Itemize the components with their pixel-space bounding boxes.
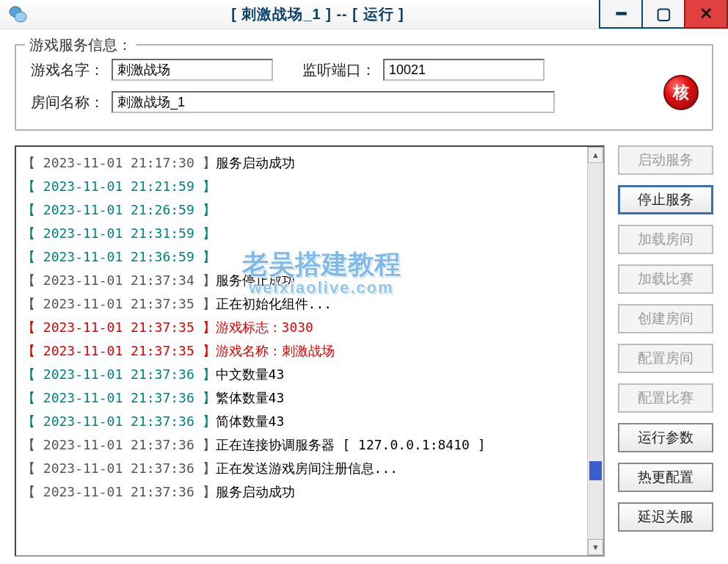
port-input[interactable]	[383, 59, 545, 81]
log-line: 【 2023-11-01 21:37:36 】中文数量43	[22, 363, 581, 386]
game-name-input[interactable]	[112, 59, 273, 81]
close-button[interactable]: ✕	[684, 0, 728, 29]
svg-point-1	[15, 12, 26, 22]
log-line: 【 2023-11-01 21:21:59 】	[22, 175, 581, 198]
minimize-button[interactable]: ━	[599, 0, 643, 29]
sidebar-button-延迟关服[interactable]: 延迟关服	[618, 502, 713, 532]
scroll-thumb[interactable]	[589, 461, 602, 480]
sidebar-button-停止服务[interactable]: 停止服务	[618, 185, 713, 214]
log-line: 【 2023-11-01 21:37:36 】服务启动成功	[22, 480, 581, 504]
maximize-button[interactable]: ▢	[641, 0, 685, 29]
scroll-track[interactable]	[588, 163, 603, 539]
log-line: 【 2023-11-01 21:37:35 】正在初始化组件...	[22, 292, 581, 316]
sidebar-button-加载比赛: 加载比赛	[618, 264, 713, 294]
sidebar-button-运行参数[interactable]: 运行参数	[618, 423, 713, 452]
app-icon	[6, 3, 29, 26]
log-line: 【 2023-11-01 21:37:35 】游戏名称：刺激战场	[22, 339, 581, 363]
log-area[interactable]: 【 2023-11-01 21:17:30 】服务启动成功【 2023-11-0…	[15, 145, 605, 557]
log-scrollbar[interactable]: ▲ ▼	[587, 147, 603, 555]
window-title: [ 刺激战场_1 ] -- [ 运行 ]	[35, 4, 600, 24]
sidebar-buttons: 启动服务停止服务加载房间加载比赛创建房间配置房间配置比赛运行参数热更配置延迟关服	[618, 145, 713, 557]
sidebar-button-配置房间: 配置房间	[618, 344, 713, 373]
groupbox-title: 游戏服务信息：	[25, 35, 136, 55]
window-controls: ━ ▢ ✕	[600, 0, 728, 29]
log-line: 【 2023-11-01 21:31:59 】	[22, 222, 581, 245]
log-line: 【 2023-11-01 21:26:59 】	[22, 198, 581, 222]
service-info-group: 游戏服务信息： 游戏名字： 监听端口： 房间名称：	[15, 44, 713, 131]
scroll-down-button[interactable]: ▼	[588, 539, 603, 555]
room-name-label: 房间名称：	[31, 93, 112, 112]
room-name-input[interactable]	[112, 91, 555, 113]
log-line: 【 2023-11-01 21:37:36 】正在发送游戏房间注册信息...	[22, 457, 581, 480]
log-line: 【 2023-11-01 21:37:36 】正在连接协调服务器 [ 127.0…	[22, 433, 581, 457]
port-label: 监听端口：	[302, 60, 383, 80]
log-line: 【 2023-11-01 21:36:59 】	[22, 245, 581, 269]
game-name-label: 游戏名字：	[31, 60, 112, 80]
sidebar-button-启动服务: 启动服务	[618, 145, 713, 175]
scroll-up-button[interactable]: ▲	[588, 147, 603, 163]
title-bar: [ 刺激战场_1 ] -- [ 运行 ] ━ ▢ ✕	[0, 0, 728, 29]
sidebar-button-热更配置[interactable]: 热更配置	[618, 463, 713, 492]
log-line: 【 2023-11-01 21:37:36 】简体数量43	[22, 410, 581, 433]
sidebar-button-配置比赛: 配置比赛	[618, 383, 713, 413]
sidebar-button-创建房间: 创建房间	[618, 304, 713, 333]
log-line: 【 2023-11-01 21:37:35 】游戏标志：3030	[22, 316, 581, 339]
log-line: 【 2023-11-01 21:17:30 】服务启动成功	[22, 151, 581, 175]
sidebar-button-加载房间: 加载房间	[618, 225, 713, 254]
log-line: 【 2023-11-01 21:37:34 】服务停止成功	[22, 269, 581, 292]
poker-chip-icon: 核	[663, 75, 699, 110]
log-content: 【 2023-11-01 21:17:30 】服务启动成功【 2023-11-0…	[16, 147, 587, 555]
log-line: 【 2023-11-01 21:37:36 】繁体数量43	[22, 386, 581, 410]
